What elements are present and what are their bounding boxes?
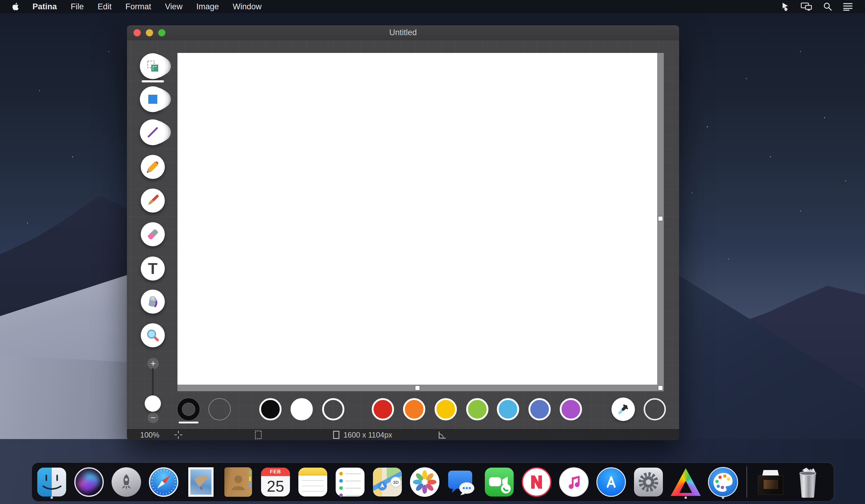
search-icon[interactable] xyxy=(823,2,832,11)
dock-folder[interactable] xyxy=(755,465,786,499)
notes-icon xyxy=(298,468,327,496)
swatch-white[interactable] xyxy=(290,398,313,420)
swatch-yellow[interactable] xyxy=(435,398,457,420)
selected-swatch-indicator xyxy=(178,422,198,423)
fill-tool-button[interactable] xyxy=(141,290,165,314)
menu-file[interactable]: File xyxy=(71,2,84,11)
dock-contacts[interactable] xyxy=(222,465,254,499)
dock-reminders[interactable] xyxy=(334,465,366,499)
drawing-canvas[interactable] xyxy=(177,53,657,385)
pointer-icon[interactable] xyxy=(781,2,791,11)
canvas-shadow-bottom xyxy=(177,385,664,391)
facetime-icon xyxy=(485,468,514,496)
dock-system-preferences[interactable] xyxy=(633,465,664,499)
crosshair-icon xyxy=(174,430,183,439)
app-menu-patina[interactable]: Patina xyxy=(33,2,57,11)
canvas-resize-handle-bottom[interactable] xyxy=(415,386,420,390)
dock-patina[interactable] xyxy=(707,465,739,499)
dock-notes[interactable] xyxy=(297,465,328,499)
itunes-icon xyxy=(559,467,589,497)
menu-format[interactable]: Format xyxy=(125,2,151,11)
menu-window[interactable]: Window xyxy=(233,2,262,11)
swatch-clear[interactable] xyxy=(322,398,344,420)
dock-maps[interactable]: 3D xyxy=(372,465,403,499)
zoom-in-button[interactable]: + xyxy=(147,358,159,369)
letter-t-icon: T xyxy=(148,261,158,276)
plus-icon: + xyxy=(150,359,156,369)
dock-messages[interactable] xyxy=(446,465,477,499)
paint-bucket-icon xyxy=(146,295,160,308)
zoom-out-button[interactable]: − xyxy=(148,412,159,423)
safari-icon xyxy=(149,467,178,497)
minimize-button[interactable] xyxy=(146,29,153,36)
copy-selection-icon xyxy=(146,59,160,73)
dock-calendar[interactable]: FEB 25 xyxy=(260,465,291,499)
swatch-light-blue[interactable] xyxy=(497,398,519,420)
calendar-icon: FEB 25 xyxy=(261,468,290,496)
magnifier-icon xyxy=(146,328,160,342)
custom-color-swatch[interactable] xyxy=(644,398,666,420)
corner-angle-icon xyxy=(437,430,446,439)
calendar-month: FEB xyxy=(261,468,290,476)
system-preferences-icon xyxy=(634,468,663,496)
swatch-black[interactable] xyxy=(259,398,281,420)
eyedropper-button[interactable] xyxy=(611,398,635,421)
selection-size-icon xyxy=(254,430,262,439)
canvas-resize-handle-corner[interactable] xyxy=(658,386,663,390)
trash-icon xyxy=(796,466,820,498)
messages-icon xyxy=(447,467,477,497)
zoom-tool-button[interactable] xyxy=(141,323,165,347)
apple-menu[interactable] xyxy=(12,2,20,11)
dock-photos[interactable] xyxy=(409,465,440,499)
dock: FEB 25 3D xyxy=(32,462,834,502)
dock-safari[interactable] xyxy=(148,465,179,499)
menu-bar: Patina File Edit Format View Image Windo… xyxy=(0,0,865,13)
canvas-resize-handle-right[interactable] xyxy=(658,216,663,221)
swatch-purple[interactable] xyxy=(560,398,582,420)
patina-palette-icon xyxy=(708,467,738,497)
dock-app-store[interactable] xyxy=(596,465,627,499)
brush-tool-button[interactable] xyxy=(141,189,165,213)
text-tool-button[interactable]: T xyxy=(141,257,165,281)
eyedropper-icon xyxy=(616,403,630,416)
calendar-day: 25 xyxy=(261,476,290,496)
swatch-red[interactable] xyxy=(372,398,394,420)
dock-finder[interactable] xyxy=(36,465,67,499)
paintbrush-icon xyxy=(146,194,160,208)
eraser-icon xyxy=(146,227,160,241)
siri-icon xyxy=(74,467,104,497)
swatch-green[interactable] xyxy=(466,398,488,420)
eraser-tool-button[interactable] xyxy=(141,222,165,246)
menu-edit[interactable]: Edit xyxy=(98,2,112,11)
blue-square-icon xyxy=(146,92,160,106)
window-titlebar[interactable]: Untitled xyxy=(127,25,679,40)
menu-view[interactable]: View xyxy=(165,2,183,11)
menu-image[interactable]: Image xyxy=(196,2,219,11)
shape-tool-button[interactable] xyxy=(140,86,166,112)
canvas-size-icon xyxy=(333,430,340,439)
dock-siri[interactable] xyxy=(73,465,105,499)
dock-itunes[interactable] xyxy=(558,465,589,499)
fill-color-swatch[interactable] xyxy=(208,398,231,420)
dock-mail[interactable] xyxy=(185,465,217,499)
line-tool-button[interactable] xyxy=(140,119,166,145)
zoom-button[interactable] xyxy=(158,29,165,36)
dock-launchpad[interactable] xyxy=(111,465,142,499)
list-icon[interactable] xyxy=(843,2,853,11)
displays-icon[interactable] xyxy=(800,2,813,11)
dock-news[interactable] xyxy=(521,465,552,499)
folder-icon xyxy=(756,468,786,496)
zoom-slider-knob[interactable] xyxy=(145,396,161,412)
swatch-indigo[interactable] xyxy=(529,398,551,420)
pencil-icon xyxy=(146,160,160,174)
selection-tool-button[interactable] xyxy=(140,53,166,79)
dock-color-triangle-app[interactable] xyxy=(670,465,701,499)
dock-facetime[interactable] xyxy=(484,465,515,499)
stroke-color-swatch[interactable] xyxy=(177,398,200,420)
dock-trash[interactable] xyxy=(792,465,823,499)
swatch-orange[interactable] xyxy=(403,398,425,420)
close-button[interactable] xyxy=(134,29,141,36)
pencil-tool-button[interactable] xyxy=(141,155,165,179)
mail-icon xyxy=(188,467,214,497)
finder-icon xyxy=(37,468,66,496)
